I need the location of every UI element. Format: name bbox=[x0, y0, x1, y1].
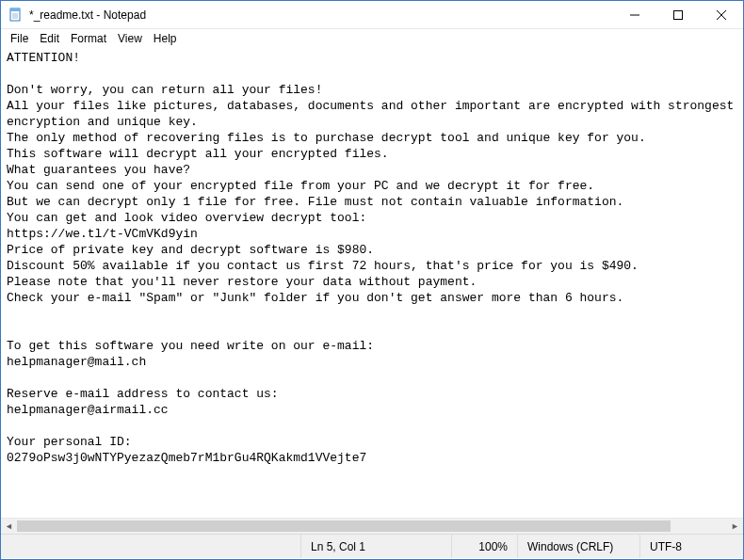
svg-rect-1 bbox=[10, 8, 20, 11]
scrollbar-track[interactable] bbox=[17, 519, 727, 534]
svg-rect-6 bbox=[674, 10, 683, 19]
status-line-ending: Windows (CRLF) bbox=[517, 535, 639, 558]
maximize-button[interactable] bbox=[656, 1, 700, 28]
scroll-left-arrow-icon[interactable]: ◄ bbox=[1, 519, 17, 534]
menu-help[interactable]: Help bbox=[148, 31, 183, 46]
title-bar[interactable]: *_readme.txt - Notepad bbox=[1, 1, 743, 29]
status-zoom: 100% bbox=[451, 535, 517, 558]
notepad-app-icon bbox=[8, 8, 24, 23]
status-spacer bbox=[1, 535, 300, 558]
window-controls bbox=[613, 1, 743, 28]
menu-view[interactable]: View bbox=[112, 31, 148, 46]
menu-format[interactable]: Format bbox=[65, 31, 112, 46]
horizontal-scrollbar[interactable]: ◄ ► bbox=[1, 518, 743, 534]
menu-bar: File Edit Format View Help bbox=[1, 29, 743, 48]
menu-file[interactable]: File bbox=[5, 31, 34, 46]
minimize-button[interactable] bbox=[613, 1, 656, 28]
window-title: *_readme.txt - Notepad bbox=[29, 8, 613, 22]
close-button[interactable] bbox=[700, 1, 743, 28]
menu-edit[interactable]: Edit bbox=[34, 31, 65, 46]
scrollbar-thumb[interactable] bbox=[17, 520, 671, 532]
status-encoding: UTF-8 bbox=[639, 535, 743, 558]
status-bar: Ln 5, Col 1 100% Windows (CRLF) UTF-8 bbox=[1, 534, 743, 558]
status-line-col: Ln 5, Col 1 bbox=[300, 535, 451, 558]
text-area[interactable]: ATTENTION! Don't worry, you can return a… bbox=[1, 48, 743, 518]
scroll-right-arrow-icon[interactable]: ► bbox=[727, 519, 743, 534]
